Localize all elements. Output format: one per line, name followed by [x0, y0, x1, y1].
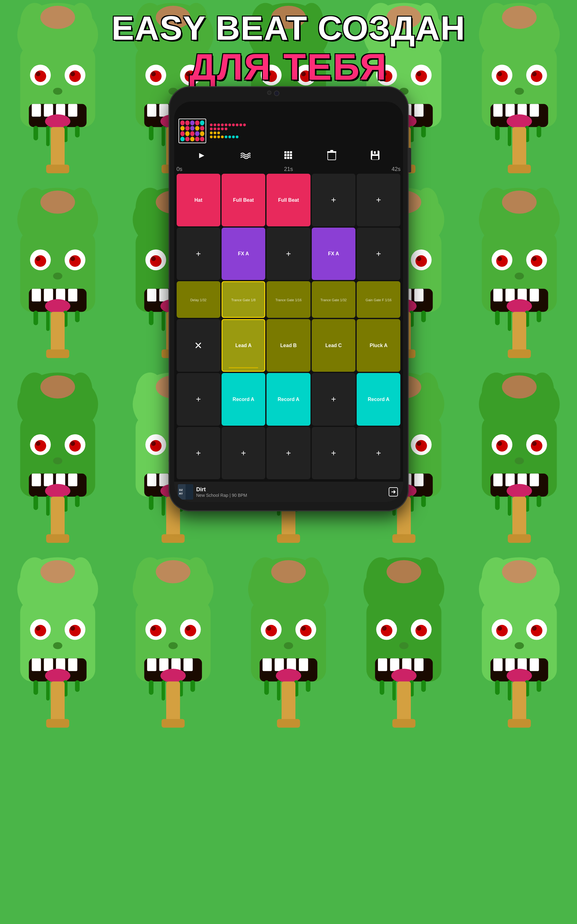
svg-rect-262 — [51, 497, 64, 537]
cell-plus-r5-c2[interactable]: + — [266, 427, 310, 480]
svg-rect-253 — [32, 474, 41, 486]
svg-point-440 — [416, 625, 427, 636]
mini-dot — [221, 123, 224, 126]
svg-rect-42 — [149, 126, 153, 141]
cell-fullbeat-2[interactable]: Full Beat — [266, 174, 310, 226]
svg-rect-43 — [161, 126, 165, 146]
svg-rect-282 — [149, 496, 153, 510]
cell-x[interactable]: ✕ — [177, 319, 220, 372]
svg-rect-470 — [506, 659, 515, 671]
phone-screen: ▶ — [174, 102, 403, 502]
cell-pluck-a[interactable]: Pluck A — [357, 319, 400, 372]
save-button[interactable] — [367, 147, 383, 163]
cell-fxa-2[interactable]: FX A — [312, 228, 355, 280]
svg-point-200 — [416, 255, 427, 267]
svg-point-347 — [515, 457, 524, 464]
toolbar: ▶ — [174, 145, 403, 165]
cell-plus-r5-c3[interactable]: + — [312, 427, 355, 480]
cell-plus-r4-c3[interactable]: + — [312, 373, 355, 426]
cell-fxa-1[interactable]: FX A — [222, 228, 265, 280]
cell-plus-r1-c2[interactable]: + — [266, 228, 310, 280]
svg-rect-208 — [414, 289, 424, 302]
timeline-42s: 42s — [326, 166, 401, 173]
svg-rect-258 — [34, 496, 38, 510]
svg-rect-482 — [290, 151, 292, 153]
svg-rect-110 — [506, 104, 515, 117]
pattern-dot — [185, 126, 190, 131]
svg-rect-230 — [506, 289, 515, 302]
cell-record-a-2[interactable]: Record A — [266, 373, 310, 426]
pattern-dot — [190, 120, 195, 125]
svg-rect-234 — [495, 311, 500, 325]
cell-lead-b[interactable]: Lead B — [266, 319, 310, 372]
svg-rect-373 — [32, 659, 41, 671]
cell-delay[interactable]: Delay 1/32 — [177, 281, 220, 318]
cell-trance-gate-8[interactable]: Trance Gate 1/8 — [222, 281, 265, 318]
svg-rect-397 — [147, 659, 156, 671]
cell-lead-a[interactable]: Lead A — [222, 319, 265, 372]
svg-rect-426 — [264, 680, 269, 695]
svg-rect-237 — [537, 311, 541, 323]
svg-rect-406 — [166, 682, 180, 722]
waves-button[interactable] — [238, 147, 253, 163]
svg-rect-37 — [147, 104, 156, 117]
cell-plus-r1-c4[interactable]: + — [357, 228, 400, 280]
svg-rect-93 — [421, 126, 426, 138]
zombie-cell — [462, 370, 577, 554]
svg-point-441 — [382, 626, 387, 631]
play-button[interactable]: ▶ — [194, 147, 210, 163]
pattern-dot — [185, 120, 190, 125]
cell-plus-r5-c1[interactable]: + — [222, 427, 265, 480]
svg-rect-115 — [508, 126, 511, 146]
cell-plus-r5-c0[interactable]: + — [177, 427, 220, 480]
cell-trance-gate-16[interactable]: Trance Gate 1/16 — [266, 281, 310, 318]
svg-point-107 — [515, 88, 524, 95]
pattern-dot — [200, 137, 204, 142]
delete-button[interactable] — [324, 147, 339, 163]
svg-point-131 — [53, 273, 63, 279]
svg-rect-352 — [530, 474, 539, 486]
cell-fullbeat-1[interactable]: Full Beat — [222, 174, 265, 226]
grid-button[interactable] — [280, 147, 296, 163]
svg-rect-238 — [513, 312, 526, 352]
svg-rect-474 — [495, 680, 500, 695]
cell-plus-r0-c3[interactable]: + — [312, 174, 355, 226]
screen-content: ▶ — [174, 115, 403, 502]
svg-point-248 — [69, 440, 81, 452]
svg-rect-477 — [537, 680, 541, 692]
cell-lead-c[interactable]: Lead C — [312, 319, 355, 372]
pattern-dot — [195, 137, 200, 142]
svg-rect-358 — [513, 497, 526, 537]
cell-trance-gate-32[interactable]: Trance Gate 1/32 — [312, 281, 355, 318]
svg-rect-445 — [378, 659, 387, 671]
svg-rect-376 — [68, 659, 77, 671]
svg-rect-497 — [374, 151, 376, 154]
cell-plus-r0-c4[interactable]: + — [357, 174, 400, 226]
svg-rect-354 — [495, 496, 500, 510]
svg-point-463 — [496, 625, 508, 636]
svg-point-225 — [497, 257, 502, 261]
song-meta: New School Rap | 90 BPM — [196, 493, 384, 498]
svg-rect-481 — [287, 151, 289, 153]
pattern-box[interactable] — [179, 119, 206, 143]
svg-rect-374 — [44, 659, 53, 671]
mini-dot — [210, 131, 213, 134]
mini-dot — [217, 136, 220, 138]
svg-rect-213 — [421, 311, 426, 323]
svg-point-416 — [300, 625, 312, 636]
cell-record-a-1[interactable]: Record A — [222, 373, 265, 426]
mini-dot — [236, 123, 239, 126]
cell-hat[interactable]: Hat — [177, 174, 220, 226]
svg-rect-357 — [537, 496, 541, 507]
grid-row-2: Delay 1/32 Trance Gate 1/8 Trance Gate 1… — [177, 281, 401, 318]
svg-rect-261 — [75, 496, 80, 507]
cell-gain-gate[interactable]: Gain Gate F 1/16 — [357, 281, 400, 318]
cell-plus-r1-c0[interactable]: + — [177, 228, 220, 280]
open-button[interactable] — [387, 486, 400, 498]
cell-record-a-3[interactable]: Record A — [357, 373, 400, 426]
svg-rect-163 — [161, 311, 165, 331]
cell-plus-r4-c0[interactable]: + — [177, 373, 220, 426]
svg-rect-114 — [495, 126, 500, 141]
cell-plus-r5-c4[interactable]: + — [357, 427, 400, 480]
svg-rect-328 — [414, 474, 424, 486]
